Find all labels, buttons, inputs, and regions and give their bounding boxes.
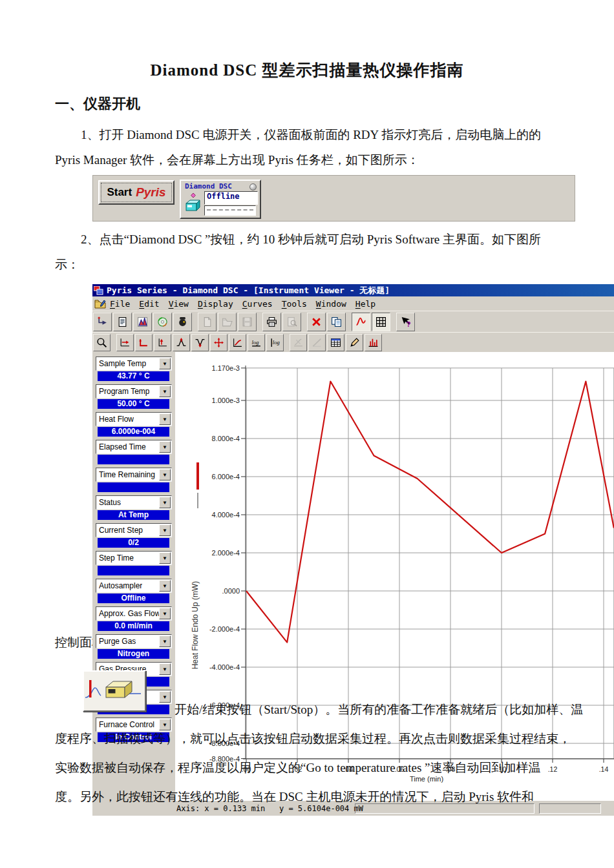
step-time-selector[interactable]: Step Time▼ [96, 551, 172, 565]
peak-up-button[interactable] [173, 334, 190, 351]
chevron-down-icon[interactable]: ▼ [159, 552, 171, 564]
help-icon: ? [400, 316, 411, 327]
help-button[interactable]: ? [396, 313, 415, 331]
statusbar-panel [539, 803, 601, 814]
menu-window[interactable]: Window [316, 299, 346, 309]
save-data-button[interactable] [153, 313, 172, 331]
status-selector[interactable]: Status▼ [96, 495, 172, 510]
elapsed-time-value [98, 455, 169, 464]
toolbar-main: ? [92, 311, 614, 333]
data-analysis-button[interactable] [133, 313, 152, 331]
range-x-button[interactable] [135, 334, 153, 351]
current-step-selector[interactable]: Current Step▼ [96, 523, 172, 537]
window-titlebar[interactable]: Pyris Series - Diamond DSC - [Instrument… [92, 284, 614, 296]
autosampler-selector[interactable]: Autosampler▼ [96, 579, 172, 593]
program-temp-selector[interactable]: Program Temp▼ [96, 384, 172, 398]
step-time-label: Step Time [99, 553, 134, 563]
connect-button[interactable] [93, 313, 112, 331]
start-stop-button-image[interactable] [83, 670, 146, 712]
grid-display-button[interactable] [372, 313, 390, 331]
approx-gas-flow-selector[interactable]: Approx. Gas Flow▼ [96, 606, 172, 621]
annotate-button[interactable] [346, 334, 363, 351]
print-button[interactable] [262, 313, 281, 331]
menu-view[interactable]: View [169, 299, 189, 309]
method-editor-button[interactable] [113, 313, 132, 331]
menu-edit[interactable]: Edit [139, 299, 159, 309]
rescale-plot-button[interactable] [229, 334, 246, 351]
delete-button[interactable] [307, 313, 326, 331]
furnace-control-selector[interactable]: Furnace Control▼ [96, 718, 172, 732]
chevron-down-icon[interactable]: ▼ [159, 608, 171, 619]
heat-flow-selector[interactable]: Heat Flow▼ [96, 412, 172, 426]
log-x-icon: log [251, 337, 262, 348]
chevron-down-icon[interactable]: ▼ [159, 691, 171, 703]
peak-down-button[interactable] [191, 334, 209, 351]
overlay-text-line-d: 度。另外，此按钮还有连线的功能。当在 DSC 主机电源未开的情况下，启动 Pyr… [55, 789, 534, 805]
instrument-viewer-button[interactable] [173, 313, 192, 331]
autosampler-label: Autosampler [99, 581, 142, 590]
chevron-down-icon[interactable]: ▼ [159, 497, 171, 508]
panel-group-status: Status▼At Temp [96, 495, 172, 520]
log-y-button[interactable]: log [266, 334, 284, 351]
data-table-button[interactable] [327, 334, 344, 351]
status-value: At Temp [98, 510, 169, 520]
panel-group-elapsed-time: Elapsed Time▼ [96, 440, 172, 464]
log-x-button[interactable]: log [248, 334, 265, 351]
heat-flow-curve [246, 382, 614, 643]
time-remaining-label: Time Remaining [99, 470, 155, 479]
panel-group-sample-temp: Sample Temp▼43.77 ° C [96, 356, 172, 381]
diamond-dsc-label: Diamond DSC [185, 182, 232, 191]
menu-file[interactable]: File [110, 299, 130, 309]
chevron-down-icon[interactable]: ▼ [159, 413, 171, 425]
chevron-down-icon[interactable]: ▼ [159, 719, 171, 730]
menu-tools[interactable]: Tools [282, 299, 307, 309]
purge-gas-label: Purge Gas [99, 637, 136, 646]
approx-gas-flow-value: 0.0 ml/min [98, 621, 169, 631]
shift-axes-button[interactable] [210, 334, 228, 351]
chevron-down-icon[interactable]: ▼ [159, 524, 171, 536]
heat-flow-label: Heat Flow [99, 415, 134, 424]
start-pyris-button[interactable]: Start Pyris [98, 180, 175, 205]
pyris-taskbar-screenshot: Start Pyris Diamond DSC Offline [92, 175, 575, 222]
rescale-x-button[interactable] [116, 334, 134, 351]
y-axis-title: Heat Flow Endo Up (mW) [191, 581, 200, 670]
curve-display-button[interactable] [352, 313, 370, 331]
diamond-dsc-panel[interactable]: Diamond DSC Offline [180, 180, 261, 219]
chevron-down-icon[interactable]: ▼ [159, 636, 171, 647]
zoom-icon [96, 337, 107, 348]
elapsed-time-selector[interactable]: Elapsed Time▼ [96, 440, 172, 454]
menu-curves[interactable]: Curves [242, 299, 273, 309]
svg-text:1.000e-3: 1.000e-3 [212, 397, 240, 404]
paragraph-1-line-2: Pyris Manager 软件，会在屏幕上方出现 Pyris 任务栏，如下图所… [55, 152, 419, 169]
purge-gas-selector[interactable]: Purge Gas▼ [96, 634, 172, 648]
chevron-down-icon[interactable]: ▼ [159, 580, 171, 592]
chevron-down-icon[interactable]: ▼ [159, 663, 171, 675]
sample-temp-selector[interactable]: Sample Temp▼ [96, 356, 172, 371]
program-temp-value: 50.00 ° C [98, 399, 169, 409]
panel-group-step-time: Step Time▼ [96, 551, 172, 575]
menu-help[interactable]: Help [355, 299, 376, 309]
rescale-y-button[interactable] [154, 334, 171, 351]
pyris-brand-label: Pyris [136, 185, 165, 200]
chevron-down-icon[interactable]: ▼ [159, 469, 171, 480]
svg-text:-4.000e-4: -4.000e-4 [209, 663, 240, 671]
program-temp-label: Program Temp [99, 387, 149, 396]
copy-button[interactable] [327, 313, 346, 331]
menu-bar: FileEditViewDisplayCurvesToolsWindowHelp [92, 296, 614, 311]
elapsed-time-label: Elapsed Time [99, 442, 146, 451]
svg-text:?: ? [407, 320, 411, 327]
time-remaining-selector[interactable]: Time Remaining▼ [96, 468, 172, 482]
sample-temp-label: Sample Temp [99, 359, 146, 368]
chevron-down-icon[interactable]: ▼ [159, 441, 171, 453]
chevron-down-icon[interactable]: ▼ [159, 358, 171, 369]
furnace-control-label: Furnace Control [99, 720, 154, 729]
rescale-y-icon [157, 337, 168, 348]
chevron-down-icon[interactable]: ▼ [159, 386, 171, 397]
time-remaining-value [98, 482, 169, 492]
page-title: Diamond DSC 型差示扫描量热仪操作指南 [0, 59, 614, 81]
menu-display[interactable]: Display [198, 299, 233, 309]
save-icon [242, 316, 253, 327]
data-table-icon [330, 337, 341, 348]
zoom-button[interactable] [93, 334, 111, 351]
marker-button[interactable] [365, 334, 382, 351]
